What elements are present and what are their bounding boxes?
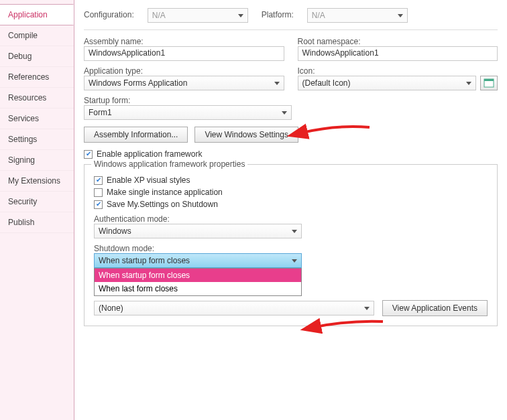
shutdown-mode-dropdown: When startup form closes When last form … [94,268,302,296]
auth-mode-select[interactable]: Windows [94,224,302,238]
sidebar-item-my-extensions[interactable]: My Extensions [0,171,74,192]
root-namespace-label: Root namespace: [298,37,361,46]
shutdown-mode-label: Shutdown mode: [94,244,154,253]
startup-form-label: Startup form: [84,96,130,105]
save-settings-checkbox[interactable] [94,200,103,209]
sidebar-item-security[interactable]: Security [0,192,74,212]
chevron-down-icon [238,14,243,17]
chevron-down-icon [292,259,297,263]
sidebar-item-signing[interactable]: Signing [0,150,74,171]
application-type-select[interactable]: Windows Forms Application [84,76,284,90]
shutdown-option-startup[interactable]: When startup form closes [95,269,301,282]
framework-properties-title: Windows application framework properties [91,159,247,169]
chevron-down-icon [282,111,287,115]
platform-label: Platform: [262,10,294,19]
chevron-down-icon [292,230,297,233]
chevron-down-icon [274,82,280,85]
svg-rect-1 [484,79,494,81]
root-namespace-input[interactable]: WindowsApplication1 [298,46,498,61]
main-panel: Configuration: N/A Platform: N/A Assembl… [74,0,507,420]
enable-framework-checkbox[interactable] [84,150,93,159]
single-instance-checkbox[interactable] [94,188,103,197]
splash-select[interactable]: (None) [94,301,374,316]
icon-select[interactable]: (Default Icon) [298,76,477,90]
enable-xp-checkbox[interactable] [94,176,103,185]
sidebar-item-publish[interactable]: Publish [0,212,74,233]
application-icon [484,78,494,88]
view-windows-settings-button[interactable]: View Windows Settings [194,127,298,143]
sidebar-item-compile[interactable]: Compile [0,25,74,46]
assembly-name-input[interactable]: WindowsApplication1 [84,46,284,61]
configuration-select: N/A [148,8,248,23]
assembly-information-button[interactable]: Assembly Information... [84,127,188,143]
sidebar-item-resources[interactable]: Resources [0,88,74,109]
enable-framework-label: Enable application framework [97,149,202,159]
chevron-down-icon [398,14,403,17]
sidebar-item-debug[interactable]: Debug [0,46,74,67]
sidebar-item-references[interactable]: References [0,67,74,88]
sidebar-item-settings[interactable]: Settings [0,129,74,150]
shutdown-mode-select[interactable]: When startup form closes [94,253,302,268]
sidebar-item-services[interactable]: Services [0,109,74,129]
startup-form-select[interactable]: Form1 [84,105,292,120]
sidebar-item-application[interactable]: Application [0,4,74,25]
chevron-down-icon [364,307,370,310]
shutdown-option-last[interactable]: When last form closes [95,282,301,295]
framework-properties-group: Windows application framework properties… [84,164,498,326]
view-application-events-button[interactable]: View Application Events [382,300,488,316]
auth-mode-label: Authentication mode: [94,214,170,224]
icon-preview-button[interactable] [480,76,498,90]
chevron-down-icon [466,82,471,85]
assembly-name-label: Assembly name: [84,37,144,46]
platform-select: N/A [307,8,408,23]
application-type-label: Application type: [84,66,143,76]
configuration-label: Configuration: [84,10,134,19]
sidebar: Application Compile Debug References Res… [0,0,74,420]
icon-label: Icon: [298,66,315,76]
